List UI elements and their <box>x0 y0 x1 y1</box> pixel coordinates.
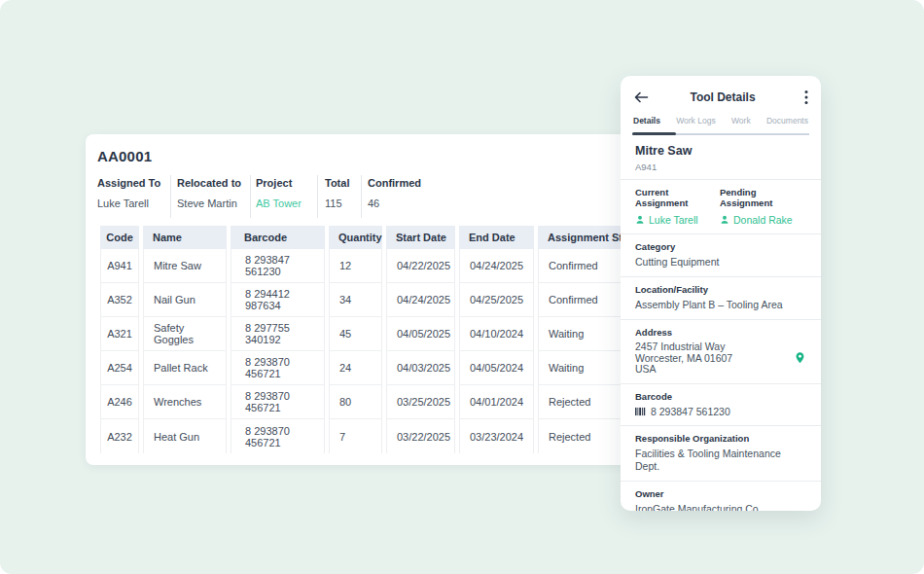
table-cell-name: Heat Gun <box>143 419 227 453</box>
pending-assignee-link[interactable]: Donald Rake <box>720 214 806 226</box>
summary-field-value: Luke Tarell <box>97 197 170 210</box>
barcode-icon <box>635 407 646 416</box>
table-cell-start: 04/22/2025 <box>386 249 455 283</box>
table-cell-end: 04/10/2024 <box>459 317 534 351</box>
address-line: 2457 Industrial Way <box>635 341 794 353</box>
tab-work[interactable]: Work <box>731 113 751 132</box>
table-cell-barcode: 8 293870 456721 <box>231 351 325 385</box>
table-cell-start: 03/22/2025 <box>386 419 455 453</box>
summary-field-assigned-to: Assigned ToLuke Tarell <box>97 175 171 218</box>
summary-field-value: 46 <box>368 197 469 210</box>
table-cell-name: Pallet Rack <box>143 351 227 385</box>
back-arrow-icon <box>633 90 649 104</box>
column-header-code[interactable]: Code <box>100 226 139 249</box>
barcode-number: 8 293847 561230 <box>651 406 730 417</box>
field-label: Location/Facility <box>635 284 806 295</box>
table-cell-name: Safety Goggles <box>143 317 227 351</box>
more-options-button[interactable] <box>795 90 808 105</box>
current-assignee-link[interactable]: Luke Tarell <box>635 214 720 226</box>
column-header-barcode[interactable]: Barcode <box>231 226 325 249</box>
table-cell-code[interactable]: A941 <box>100 249 139 283</box>
field-label: Responsible Organization <box>635 433 806 444</box>
table-cell-barcode: 8 293870 456721 <box>231 385 325 419</box>
tool-details-panel: Tool Details DetailsWork LogsWorkDocumen… <box>621 76 821 511</box>
current-assignment: Current Assignment Luke Tarell <box>635 187 720 226</box>
tab-work-logs[interactable]: Work Logs <box>676 113 715 132</box>
column-header-qty[interactable]: Quantity <box>329 226 382 249</box>
table-cell-code[interactable]: A352 <box>100 283 139 317</box>
summary-field-label: Total <box>325 177 361 190</box>
table-cell-qty: 12 <box>329 249 382 283</box>
table-cell-name: Nail Gun <box>143 283 227 317</box>
table-cell-barcode: 8 297755 340192 <box>231 317 325 351</box>
field-value: IronGate Manufacturing Co. <box>635 503 806 512</box>
table-cell-qty: 7 <box>329 419 382 453</box>
address-line: Worcester, MA 01607 <box>635 353 794 365</box>
table-cell-end: 03/23/2024 <box>459 419 534 453</box>
address-line: USA <box>635 364 794 376</box>
column-header-end[interactable]: End Date <box>459 226 534 249</box>
summary-field-value: Steve Martin <box>177 197 250 210</box>
field-value: Cutting Equipment <box>635 256 806 269</box>
assignment-section: Current Assignment Luke Tarell Pending A… <box>621 179 821 233</box>
field-label: Address <box>635 327 806 338</box>
table-cell-end: 04/05/2024 <box>459 351 534 385</box>
back-button[interactable] <box>633 90 651 105</box>
table-cell-name: Wrenches <box>143 385 227 419</box>
field-label: Category <box>635 241 806 252</box>
field-category: CategoryCutting Equipment <box>621 233 821 276</box>
page-background: AA0001 Assigned ToLuke TarellRelocated t… <box>0 0 924 574</box>
field-address: Address2457 Industrial WayWorcester, MA … <box>621 319 821 383</box>
tab-details[interactable]: Details <box>633 113 660 132</box>
summary-field-relocated-to: Relocated toSteve Martin <box>171 175 251 218</box>
table-cell-start: 03/25/2025 <box>386 385 455 419</box>
table-cell-barcode: 8 293847 561230 <box>231 249 325 283</box>
current-assignment-label: Current Assignment <box>635 187 720 208</box>
field-label: Barcode <box>635 391 806 402</box>
column-header-start[interactable]: Start Date <box>386 226 455 249</box>
summary-field-total: Total115 <box>318 175 362 218</box>
project-link[interactable]: AB Tower <box>256 197 317 210</box>
table-cell-end: 04/01/2024 <box>459 385 534 419</box>
pending-assignee-name: Donald Rake <box>733 214 793 226</box>
table-cell-barcode: 8 293870 456721 <box>231 419 325 453</box>
pending-assignment: Pending Assignment Donald Rake <box>720 187 806 226</box>
column-header-name[interactable]: Name <box>143 226 227 249</box>
table-cell-qty: 24 <box>329 351 382 385</box>
tool-name: Mitre Saw <box>635 144 806 159</box>
assignment-card: AA0001 Assigned ToLuke TarellRelocated t… <box>86 134 712 465</box>
address-lines: 2457 Industrial WayWorcester, MA 01607US… <box>635 341 794 376</box>
active-tab-indicator <box>632 132 676 135</box>
table-cell-end: 04/25/2025 <box>459 283 534 317</box>
panel-header: Tool Details <box>621 76 821 111</box>
table-cell-code[interactable]: A321 <box>100 317 139 351</box>
assignment-summary-bar: Assigned ToLuke TarellRelocated toSteve … <box>97 175 700 218</box>
pending-assignment-label: Pending Assignment <box>720 187 806 208</box>
tools-table: CodeNameBarcodeQuantityStart DateEnd Dat… <box>100 226 699 453</box>
tab-documents[interactable]: Documents <box>766 113 808 132</box>
person-icon <box>635 215 645 225</box>
field-responsible-organization: Responsible OrganizationFacilities & Too… <box>621 425 821 481</box>
table-cell-code[interactable]: A254 <box>100 351 139 385</box>
table-cell-start: 04/24/2025 <box>386 283 455 317</box>
summary-field-confirmed: Confirmed46 <box>362 175 469 218</box>
map-pin-icon <box>794 351 806 365</box>
open-map-button[interactable] <box>794 351 806 365</box>
table-cell-qty: 45 <box>329 317 382 351</box>
table-cell-barcode: 8 294412 987634 <box>231 283 325 317</box>
table-cell-start: 04/05/2025 <box>386 317 455 351</box>
summary-field-label: Relocated to <box>177 177 250 190</box>
field-value: Facilities & Tooling Maintenance Dept. <box>635 448 806 473</box>
summary-field-label: Confirmed <box>368 177 469 190</box>
barcode-value: 8 293847 561230 <box>635 406 806 417</box>
table-cell-qty: 80 <box>329 385 382 419</box>
table-cell-start: 04/03/2025 <box>386 351 455 385</box>
person-icon <box>720 215 729 225</box>
summary-field-label: Assigned To <box>97 177 170 190</box>
summary-field-project: ProjectAB Tower <box>251 175 318 218</box>
tab-underline <box>632 132 809 135</box>
table-cell-code[interactable]: A246 <box>100 385 139 419</box>
table-cell-name: Mitre Saw <box>143 249 227 283</box>
table-cell-code[interactable]: A232 <box>100 419 139 453</box>
summary-field-label: Project <box>256 177 317 190</box>
